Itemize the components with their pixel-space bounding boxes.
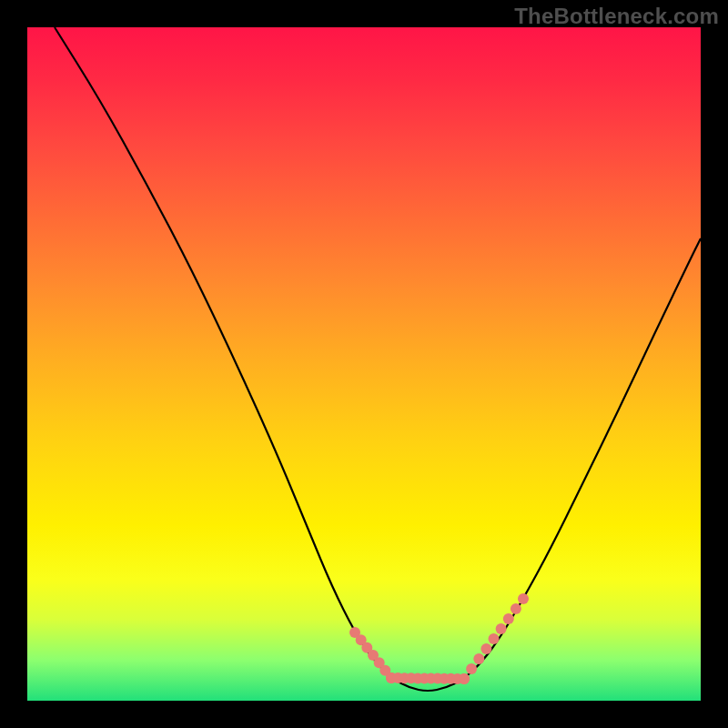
dotted-marker: [496, 623, 507, 634]
plot-area: [27, 27, 701, 701]
chart-stage: TheBottleneck.com: [0, 0, 728, 728]
dotted-marker: [489, 633, 500, 644]
dotted-marker: [511, 603, 521, 614]
dotted-marker: [503, 613, 514, 624]
dotted-marker: [459, 673, 470, 684]
dotted-marker: [518, 593, 529, 604]
dotted-marker: [466, 663, 477, 674]
curve-svg: [27, 27, 701, 701]
dotted-marker: [473, 653, 484, 664]
watermark-label: TheBottleneck.com: [514, 4, 719, 29]
bottleneck-curve: [55, 27, 701, 691]
dotted-marker: [480, 643, 491, 654]
